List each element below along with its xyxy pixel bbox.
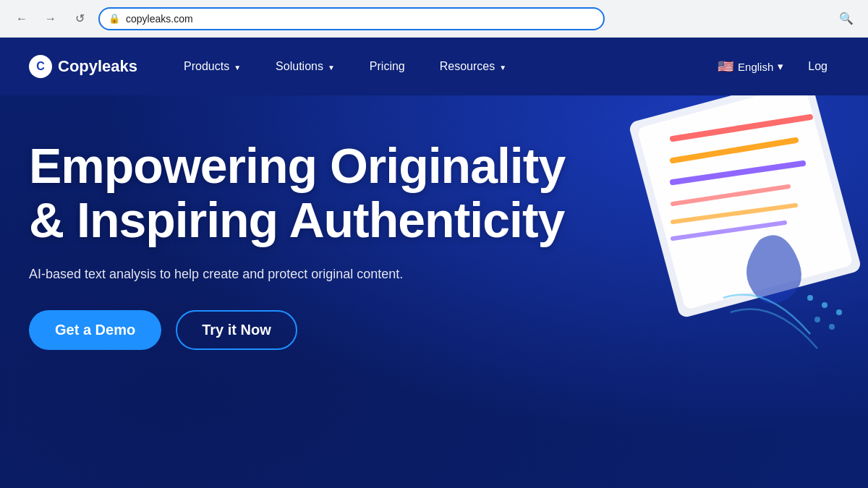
browser-chrome: ← → ↺ 🔒 copyleaks.com 🔍	[0, 0, 868, 38]
nav-products-label: Products	[184, 60, 229, 73]
address-icon: 🔒	[109, 13, 120, 24]
try-now-button[interactable]: Try it Now	[176, 310, 297, 350]
nav-pricing-label: Pricing	[370, 60, 405, 73]
nav-products[interactable]: Products ▼	[166, 38, 258, 95]
logo[interactable]: C Copyleaks	[29, 55, 137, 78]
reload-button[interactable]: ↺	[69, 9, 90, 29]
logo-icon: C	[29, 55, 52, 78]
language-label: English	[738, 61, 773, 73]
nav-resources[interactable]: Resources ▼	[422, 38, 524, 95]
login-button[interactable]: Log	[796, 60, 839, 73]
hero-title: Empowering Originality & Inspiring Authe…	[29, 139, 723, 247]
back-button[interactable]: ←	[12, 9, 32, 29]
hero-section: Empowering Originality & Inspiring Authe…	[0, 95, 868, 488]
nav-pricing[interactable]: Pricing	[352, 38, 422, 95]
svg-line-2	[673, 117, 810, 139]
forward-button[interactable]: →	[41, 9, 61, 29]
nav-menu: Products ▼ Solutions ▼ Pricing Resources…	[166, 38, 710, 95]
logo-text: Copyleaks	[58, 57, 137, 76]
hero-subtitle: AI-based text analysis to help create an…	[29, 265, 434, 284]
search-button[interactable]: 🔍	[836, 9, 856, 29]
get-demo-button[interactable]: Get a Demo	[29, 310, 161, 350]
website: C Copyleaks Products ▼ Solutions ▼ Prici…	[0, 38, 868, 488]
flag-icon: 🇺🇸	[718, 59, 733, 74]
solutions-arrow-icon: ▼	[328, 64, 335, 72]
hero-content: Empowering Originality & Inspiring Authe…	[29, 139, 839, 350]
address-bar[interactable]: 🔒 copyleaks.com	[98, 7, 605, 30]
hero-title-line2: & Inspiring Authenticity	[29, 192, 564, 247]
url-text: copyleaks.com	[126, 13, 595, 25]
products-arrow-icon: ▼	[234, 64, 241, 72]
navbar: C Copyleaks Products ▼ Solutions ▼ Prici…	[0, 38, 868, 95]
nav-solutions-label: Solutions	[276, 60, 323, 73]
nav-solutions[interactable]: Solutions ▼	[258, 38, 352, 95]
language-selector[interactable]: 🇺🇸 English ▾	[710, 54, 791, 79]
language-arrow-icon: ▾	[778, 60, 783, 73]
nav-right: 🇺🇸 English ▾ Log	[710, 54, 839, 79]
hero-buttons: Get a Demo Try it Now	[29, 310, 839, 350]
nav-resources-label: Resources	[440, 60, 495, 73]
resources-arrow-icon: ▼	[499, 64, 506, 72]
hero-title-line1: Empowering Originality	[29, 138, 565, 193]
